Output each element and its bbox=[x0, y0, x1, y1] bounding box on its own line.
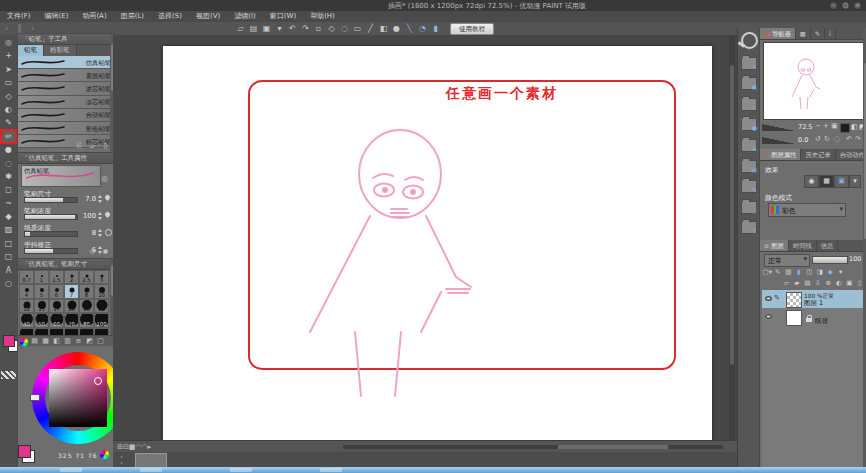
command-icon[interactable]: ◇ bbox=[325, 23, 338, 35]
command-icon[interactable]: ↶ bbox=[286, 23, 299, 35]
tool-icon[interactable]: A bbox=[2, 265, 15, 276]
visibility-eye-icon[interactable] bbox=[765, 296, 772, 301]
new-folder-icon[interactable]: ▤ bbox=[802, 278, 813, 288]
brush-size-cell[interactable]: 7 bbox=[64, 284, 79, 298]
new-vector-layer-icon[interactable]: ▰ bbox=[792, 278, 803, 288]
pin-icon[interactable]: ✎ bbox=[773, 267, 784, 277]
document-tab-thumbnail[interactable] bbox=[135, 453, 167, 468]
ruler-icon[interactable]: ◫ bbox=[804, 267, 815, 277]
command-icon[interactable]: ╱ bbox=[364, 23, 377, 35]
zoom-out-icon[interactable]: − bbox=[815, 122, 821, 130]
brush-size-cell[interactable]: 12 bbox=[19, 299, 34, 313]
apply-icon[interactable]: ▣ bbox=[844, 278, 855, 288]
tool-icon[interactable]: ✱ bbox=[2, 171, 15, 182]
zoom-in-icon[interactable]: + bbox=[823, 122, 829, 130]
layer-row[interactable]: 纸张 bbox=[762, 308, 863, 327]
brush-list-item[interactable]: 彩色铅笔 bbox=[18, 122, 114, 135]
color-wheel-tab[interactable] bbox=[20, 338, 28, 346]
lock-transparent-icon[interactable]: ▨ bbox=[783, 267, 794, 277]
new-subtool-icon[interactable]: ▱ bbox=[86, 140, 99, 152]
canvas-page[interactable]: 任意画一个素材 bbox=[163, 46, 712, 452]
command-icon[interactable]: ▫ bbox=[312, 23, 325, 35]
brush-size-cell[interactable]: 80 bbox=[79, 313, 94, 327]
mask-icon[interactable]: ▮ bbox=[794, 267, 805, 277]
tool-icon[interactable]: ● bbox=[2, 144, 15, 155]
menu-item[interactable]: 窗口(W) bbox=[263, 11, 303, 22]
actual-size-icon[interactable] bbox=[840, 123, 850, 133]
visibility-eye-icon[interactable] bbox=[765, 314, 772, 319]
menu-item[interactable]: 编辑(E) bbox=[38, 11, 76, 22]
tab-layers[interactable]: ≡图层 bbox=[760, 240, 789, 251]
search-icon[interactable]: ◎ bbox=[98, 173, 111, 185]
tool-icon[interactable]: ✎ bbox=[2, 117, 15, 128]
material-folder-icon[interactable]: ↑ bbox=[741, 221, 757, 234]
brush-size-cell[interactable]: 6 bbox=[49, 284, 64, 298]
menu-item[interactable]: 动画(A) bbox=[75, 11, 113, 22]
material-folder-icon[interactable]: ● bbox=[741, 118, 757, 131]
tone-pattern-icon[interactable] bbox=[1, 371, 16, 379]
brush-list-item[interactable]: 淡芯铅笔 bbox=[18, 96, 114, 109]
stepper[interactable] bbox=[98, 195, 103, 203]
brush-list-item[interactable]: 素描铅笔 bbox=[18, 69, 114, 82]
opacity-slider[interactable] bbox=[812, 256, 848, 264]
layer-row[interactable]: ✎ 100 %正常 图层 1 bbox=[762, 290, 863, 309]
tool-icon[interactable]: ▨ bbox=[2, 224, 15, 235]
tool-icon[interactable]: ~ bbox=[2, 198, 15, 209]
set-icon[interactable]: ◨ bbox=[815, 267, 826, 277]
brush-size-cell[interactable]: 2 bbox=[64, 270, 79, 284]
zoom-slider[interactable] bbox=[762, 124, 796, 131]
property-brush-density[interactable]: 笔刷浓度 100 bbox=[18, 206, 114, 223]
brush-size-cell[interactable]: 100 bbox=[94, 313, 109, 327]
tool-icon[interactable]: ◐ bbox=[2, 104, 15, 115]
material-search-icon[interactable] bbox=[741, 32, 758, 49]
material-folder-icon[interactable]: ▣ bbox=[741, 77, 757, 90]
hue-handle[interactable] bbox=[30, 394, 40, 401]
layer-name[interactable]: 图层 1 bbox=[804, 299, 823, 308]
merge-icon[interactable]: ⊕ bbox=[823, 278, 834, 288]
rotate-left-icon[interactable]: ↺ bbox=[815, 135, 821, 143]
fit-window-icon[interactable]: ▣ bbox=[831, 122, 838, 130]
brush-size-cell[interactable]: 40 bbox=[19, 313, 34, 327]
brush-list-item[interactable]: 浓芯铅笔 bbox=[18, 82, 114, 95]
pen-pressure-icon[interactable] bbox=[104, 211, 111, 218]
source-icon[interactable] bbox=[105, 229, 112, 236]
tool-icon[interactable]: ➤ bbox=[2, 64, 15, 75]
command-icon[interactable]: ↷ bbox=[299, 23, 312, 35]
rotate-slider[interactable] bbox=[762, 137, 796, 144]
brush-list-item[interactable]: 仿真铅笔 bbox=[18, 56, 114, 69]
windows-taskbar[interactable] bbox=[0, 467, 866, 473]
tool-icon[interactable]: ▢ bbox=[2, 251, 15, 262]
command-icon[interactable]: ◌ bbox=[338, 23, 351, 35]
brush-size-cell[interactable]: 3 bbox=[94, 270, 109, 284]
material-folder-icon[interactable]: ▤ bbox=[741, 160, 757, 173]
brush-size-cell[interactable]: 5 bbox=[34, 284, 49, 298]
reset-all-icon[interactable]: ↷ bbox=[855, 135, 861, 143]
copy-subtool-icon[interactable]: ⎘ bbox=[73, 140, 86, 152]
tool-icon[interactable]: + bbox=[2, 50, 15, 61]
command-icon[interactable]: ▾ bbox=[273, 23, 286, 35]
transfer-icon[interactable]: ⇩ bbox=[813, 278, 824, 288]
blend-mode-dropdown[interactable]: 正常▾ bbox=[764, 254, 810, 267]
command-icon[interactable]: ▭ bbox=[351, 23, 364, 35]
layer-color-icon[interactable]: ▣ bbox=[834, 175, 849, 188]
tool-icon[interactable]: ○ bbox=[2, 278, 15, 289]
window-button[interactable]: – bbox=[829, 1, 838, 10]
menu-item[interactable]: 滤镜(I) bbox=[227, 11, 263, 22]
stepper[interactable] bbox=[98, 229, 103, 237]
material-folder-icon[interactable]: ◌ bbox=[741, 201, 757, 214]
brush-size-cell[interactable]: 4 bbox=[19, 284, 34, 298]
brush-size-cell[interactable]: 10 bbox=[94, 284, 109, 298]
lock-icon[interactable]: ▢▾ bbox=[762, 267, 773, 277]
tab-subview[interactable]: ▦ bbox=[796, 28, 811, 39]
tool-icon[interactable]: ◌ bbox=[2, 158, 15, 169]
tab-auto-action[interactable]: 自动动作 bbox=[836, 149, 866, 160]
brush-size-cell[interactable]: 15 bbox=[34, 299, 49, 313]
window-button[interactable]: □ bbox=[841, 1, 850, 10]
more-icon[interactable]: ▾ bbox=[836, 267, 847, 277]
command-icon[interactable]: ▱ bbox=[234, 23, 247, 35]
canvas-horizontal-scrollbar[interactable] bbox=[343, 445, 723, 449]
tool-icon[interactable]: ◎ bbox=[2, 37, 15, 48]
palette-icon[interactable]: ◆ bbox=[825, 267, 836, 277]
sv-selector[interactable] bbox=[94, 377, 102, 385]
tab-timeline[interactable]: 时间线 bbox=[789, 240, 817, 251]
